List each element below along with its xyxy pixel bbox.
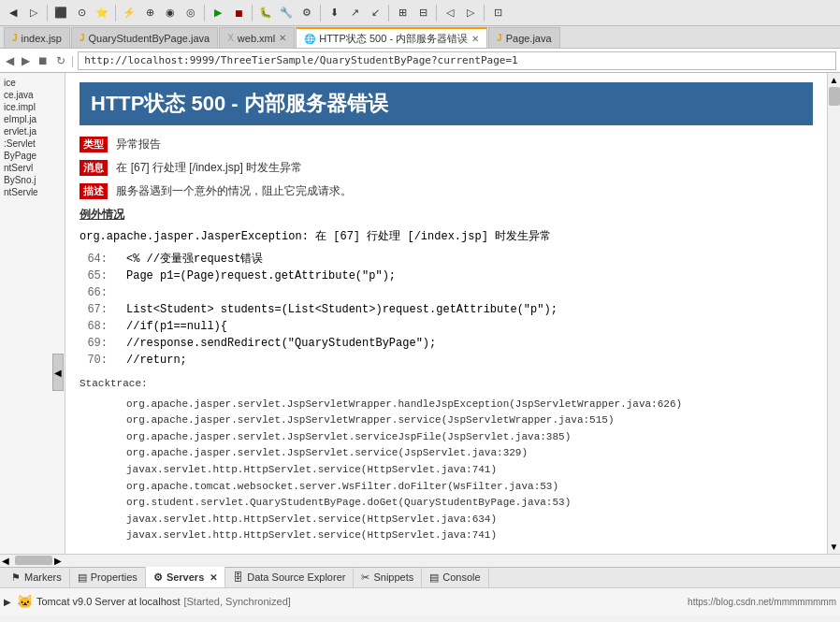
tab-page-java[interactable]: J Page.java [488, 27, 560, 48]
left-item-2[interactable]: ce.java [2, 89, 63, 101]
server-expand-icon[interactable]: ▶ [4, 597, 11, 607]
servers-label: Servers [167, 571, 204, 583]
hscroll-right-arrow[interactable]: ▶ [52, 556, 64, 566]
left-item-9[interactable]: BySno.j [2, 174, 63, 186]
http-error-title: HTTP状态 500 - 内部服务器错误 [91, 92, 388, 115]
tab-quarystudent[interactable]: J QuaryStudentByPage.java [71, 27, 218, 48]
hscroll-thumb[interactable] [15, 556, 52, 565]
tab-web-xml[interactable]: X web.xml ✕ [219, 27, 295, 48]
nav-forward-btn[interactable]: ▶ [20, 54, 32, 67]
toolbar-btn-9[interactable]: ◎ [181, 4, 200, 22]
bottom-tab-properties[interactable]: ▤ Properties [70, 567, 146, 587]
left-item-10[interactable]: ntServle [2, 186, 63, 198]
left-item-6[interactable]: :Servlet [2, 137, 63, 150]
line-num-65: 65: [80, 268, 108, 284]
bottom-tab-console[interactable]: ▤ Console [422, 567, 488, 587]
toolbar-btn-13[interactable]: ↗ [345, 4, 364, 22]
snippets-label: Snippets [373, 571, 413, 583]
scroll-thumb[interactable] [829, 87, 840, 106]
toolbar-btn-run[interactable]: ▶ [209, 4, 227, 22]
toolbar-btn-2[interactable]: ▷ [24, 4, 43, 22]
code-line-69: 69: //response.sendRedirect("QuaryStuden… [80, 335, 813, 352]
stack-line-1: org.apache.jasper.servlet.JspServletWrap… [126, 397, 813, 413]
toolbar-btn-14[interactable]: ↙ [366, 4, 384, 22]
scroll-up-arrow[interactable]: ▲ [830, 75, 839, 85]
tab-icon-quarystudent: J [80, 33, 85, 43]
toolbar-btn-10[interactable]: 🔧 [277, 4, 296, 22]
toolbar-btn-nav2[interactable]: ▷ [461, 4, 480, 22]
scroll-down-arrow[interactable]: ▼ [830, 542, 839, 552]
stack-line-3: org.apache.jasper.servlet.JspServlet.ser… [126, 429, 813, 446]
left-item-8[interactable]: ntServl [2, 162, 63, 174]
error-section-message: 消息 在 [67] 行处理 [/index.jsp] 时发生异常 [80, 160, 813, 176]
code-line-70: 70: //return; [80, 352, 813, 369]
error-text-message: 在 [67] 行处理 [/index.jsp] 时发生异常 [116, 161, 302, 174]
left-item-1[interactable]: ice [2, 77, 63, 89]
toolbar-btn-8[interactable]: ◉ [161, 4, 180, 22]
code-block: 64: <% //变量强request错误 65: Page p1=(Page)… [80, 251, 813, 369]
vertical-scrollbar[interactable]: ▲ ▼ [827, 73, 840, 554]
panel-collapse-arrow[interactable]: ◀ [52, 354, 64, 391]
error-label-message: 消息 [80, 160, 108, 176]
toolbar-btn-6[interactable]: ⚡ [120, 4, 138, 22]
bottom-tab-markers[interactable]: ⚑ Markers [4, 567, 70, 587]
toolbar-btn-3[interactable]: ⬛ [51, 4, 70, 22]
server-status-text: [Started, Synchronized] [183, 596, 290, 607]
markers-label: Markers [24, 571, 62, 583]
line-num-67: 67: [80, 301, 108, 318]
code-line-65: 65: Page p1=(Page)request.getAttribute("… [80, 268, 813, 284]
stack-line-6: org.apache.tomcat.websocket.server.WsFil… [126, 479, 813, 496]
nav-refresh-btn[interactable]: ↻ [54, 54, 67, 67]
stacktrace-lines: org.apache.jasper.servlet.JspServletWrap… [80, 397, 813, 544]
toolbar-btn-16[interactable]: ⊟ [413, 4, 432, 22]
hscroll-left-arrow[interactable]: ◀ [0, 556, 11, 566]
line-num-66: 66: [80, 284, 108, 301]
close-icon-web-xml[interactable]: ✕ [279, 33, 286, 43]
tab-label-web-xml: web.xml [238, 33, 275, 44]
tab-label-page-java: Page.java [506, 33, 552, 44]
toolbar-sep-7 [436, 5, 437, 22]
error-label-type: 类型 [80, 137, 108, 152]
toolbar-btn-nav1[interactable]: ◁ [441, 4, 459, 22]
toolbar-btn-7[interactable]: ⊕ [140, 4, 159, 22]
toolbar-btn-12[interactable]: ⬇ [325, 4, 343, 22]
status-url: https://blog.csdn.net/mmmmmmmm [688, 597, 836, 607]
toolbar-sep-8 [484, 5, 485, 22]
left-item-4[interactable]: eImpl.ja [2, 113, 63, 125]
left-item-3[interactable]: ice.impl [2, 101, 63, 113]
bottom-tab-data-source[interactable]: 🗄 Data Source Explorer [225, 567, 354, 587]
nav-back-btn[interactable]: ◀ [4, 54, 16, 67]
data-source-label: Data Source Explorer [247, 571, 345, 583]
error-label-desc: 描述 [80, 183, 108, 199]
markers-icon: ⚑ [11, 571, 21, 584]
tab-icon-http-error: 🌐 [304, 34, 315, 44]
toolbar-btn-15[interactable]: ⊞ [393, 4, 412, 22]
toolbar-btn-11[interactable]: ⚙ [297, 4, 316, 22]
line-num-64: 64: [80, 251, 108, 268]
toolbar-btn-stop[interactable]: ⏹ [229, 4, 248, 22]
toolbar-btn-5[interactable]: ⭐ [93, 4, 111, 22]
bottom-tab-snippets[interactable]: ✂ Snippets [354, 567, 422, 587]
nav-stop-btn[interactable]: ⏹ [36, 54, 51, 67]
bottom-tab-servers[interactable]: ⚙ Servers ✕ [146, 567, 225, 587]
servers-close-icon[interactable]: ✕ [210, 572, 217, 583]
line-num-70: 70: [80, 352, 108, 369]
left-item-7[interactable]: ByPage [2, 150, 63, 162]
toolbar-btn-ext[interactable]: ⊡ [488, 4, 507, 22]
error-text-desc: 服务器遇到一个意外的情况，阻止它完成请求。 [116, 184, 352, 197]
content-area[interactable]: HTTP状态 500 - 内部服务器错误 类型 异常报告 消息 在 [67] 行… [65, 73, 827, 554]
stacktrace-section: Stacktrace: org.apache.jasper.servlet.Js… [80, 376, 813, 544]
horizontal-scrollbar[interactable]: ◀ ▶ [0, 554, 840, 567]
tab-label-quarystudent: QuaryStudentByPage.java [89, 33, 210, 44]
toolbar-btn-debug[interactable]: 🐛 [256, 4, 275, 22]
toolbar-btn-1[interactable]: ◀ [4, 4, 22, 22]
close-icon-http-error[interactable]: ✕ [471, 34, 479, 44]
left-item-5[interactable]: ervlet.ja [2, 125, 63, 137]
address-input[interactable] [78, 51, 836, 70]
address-bar: ◀ ▶ ⏹ ↻ | [0, 49, 840, 73]
tab-index-jsp[interactable]: J index.jsp [4, 27, 70, 48]
tab-http-error[interactable]: 🌐 HTTP状态 500 - 内部服务器错误 ✕ [296, 27, 487, 48]
tab-icon-page-java: J [497, 33, 502, 43]
toolbar-btn-4[interactable]: ⊙ [72, 4, 91, 22]
stack-line-5: javax.servlet.http.HttpServlet.service(H… [126, 462, 813, 479]
